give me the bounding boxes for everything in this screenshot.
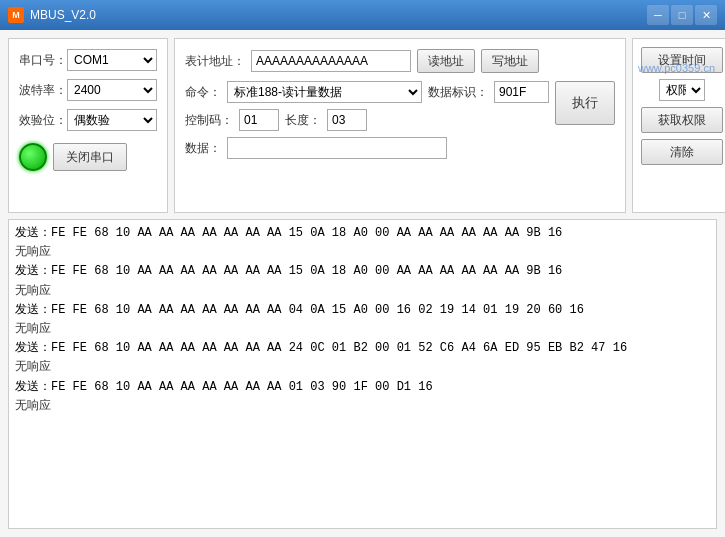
data-tag-input[interactable]	[494, 81, 549, 103]
ctrl-code-input[interactable]	[239, 109, 279, 131]
log-line: 无响应	[15, 320, 710, 339]
data-input[interactable]	[227, 137, 447, 159]
log-panel[interactable]: 发送：FE FE 68 10 AA AA AA AA AA AA AA 15 0…	[8, 219, 717, 529]
length-input[interactable]	[327, 109, 367, 131]
log-line: 无响应	[15, 397, 710, 416]
command-select[interactable]: 标准188-读计量数据 标准188-写数据 标准188-读参数	[227, 81, 422, 103]
parity-select[interactable]: 偶数验 奇数验 无	[67, 109, 157, 131]
permission-select[interactable]: 权限1 权限2	[659, 79, 705, 101]
log-line: 无响应	[15, 282, 710, 301]
status-indicator	[19, 143, 47, 171]
set-time-button[interactable]: 设置时间	[641, 47, 723, 73]
data-label: 数据：	[185, 140, 221, 157]
log-line: 发送：FE FE 68 10 AA AA AA AA AA AA AA 04 0…	[15, 301, 710, 320]
middle-panel: 表计地址： 读地址 写地址 命令： 标准188-读计量数据 标准188-写数据 …	[174, 38, 626, 213]
log-line: 发送：FE FE 68 10 AA AA AA AA AA AA AA 01 0…	[15, 378, 710, 397]
minimize-button[interactable]: ─	[647, 5, 669, 25]
log-line: 无响应	[15, 358, 710, 377]
left-panel: 串口号： COM1 COM2 COM3 COM4 波特率： 1200 2400 …	[8, 38, 168, 213]
parity-label: 效验位：	[19, 112, 61, 129]
close-port-button[interactable]: 关闭串口	[53, 143, 127, 171]
baud-label: 波特率：	[19, 82, 61, 99]
read-address-button[interactable]: 读地址	[417, 49, 475, 73]
data-tag-label: 数据标识：	[428, 84, 488, 101]
port-label: 串口号：	[19, 52, 61, 69]
command-label: 命令：	[185, 84, 221, 101]
execute-button[interactable]: 执行	[555, 81, 615, 125]
maximize-button[interactable]: □	[671, 5, 693, 25]
baud-select[interactable]: 1200 2400 4800 9600	[67, 79, 157, 101]
length-label: 长度：	[285, 112, 321, 129]
address-label: 表计地址：	[185, 53, 245, 70]
address-input[interactable]	[251, 50, 411, 72]
right-panel: 设置时间 权限1 权限2 获取权限 清除	[632, 38, 725, 213]
title-bar: M MBUS_V2.0 ─ □ ✕	[0, 0, 725, 30]
app-icon: M	[8, 7, 24, 23]
get-permission-button[interactable]: 获取权限	[641, 107, 723, 133]
ctrl-code-label: 控制码：	[185, 112, 233, 129]
clear-button[interactable]: 清除	[641, 139, 723, 165]
close-button[interactable]: ✕	[695, 5, 717, 25]
log-line: 发送：FE FE 68 10 AA AA AA AA AA AA AA 15 0…	[15, 262, 710, 281]
port-select[interactable]: COM1 COM2 COM3 COM4	[67, 49, 157, 71]
log-line: 发送：FE FE 68 10 AA AA AA AA AA AA AA 24 0…	[15, 339, 710, 358]
write-address-button[interactable]: 写地址	[481, 49, 539, 73]
log-line: 无响应	[15, 243, 710, 262]
title-text: MBUS_V2.0	[30, 8, 647, 22]
log-line: 发送：FE FE 68 10 AA AA AA AA AA AA AA 15 0…	[15, 224, 710, 243]
